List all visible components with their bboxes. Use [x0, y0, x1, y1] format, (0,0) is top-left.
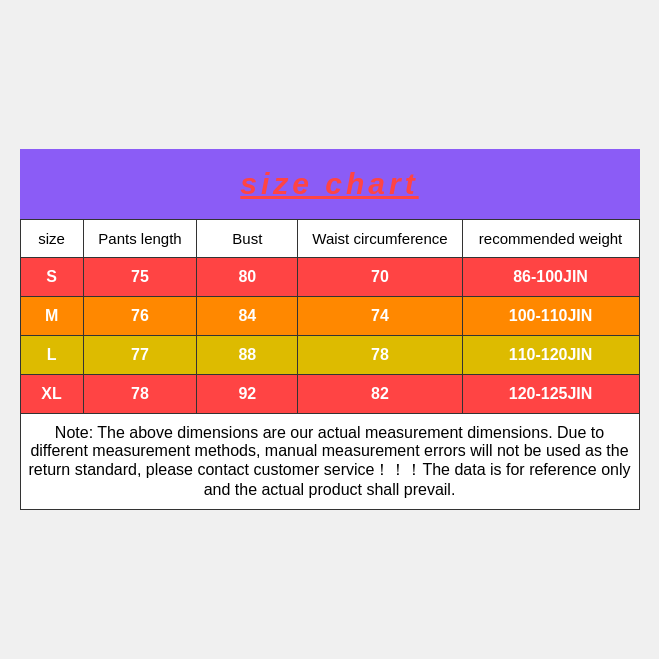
table-header-row: size Pants length Bust Waist circumferen…: [20, 220, 639, 258]
cell-pants: 78: [83, 375, 197, 414]
pants-col-header: Pants length: [83, 220, 197, 258]
cell-bust: 92: [197, 375, 298, 414]
cell-weight: 120-125JIN: [462, 375, 639, 414]
cell-weight: 86-100JIN: [462, 258, 639, 297]
title-bar: size chart: [20, 149, 640, 219]
table-row: L778878110-120JIN: [20, 336, 639, 375]
cell-weight: 100-110JIN: [462, 297, 639, 336]
cell-weight: 110-120JIN: [462, 336, 639, 375]
cell-bust: 80: [197, 258, 298, 297]
chart-title: size chart: [240, 167, 418, 200]
waist-col-header: Waist circumference: [298, 220, 462, 258]
cell-size: XL: [20, 375, 83, 414]
cell-size: S: [20, 258, 83, 297]
cell-waist: 78: [298, 336, 462, 375]
cell-size: L: [20, 336, 83, 375]
cell-size: M: [20, 297, 83, 336]
weight-col-header: recommended weight: [462, 220, 639, 258]
bust-col-header: Bust: [197, 220, 298, 258]
cell-waist: 74: [298, 297, 462, 336]
table-row: M768474100-110JIN: [20, 297, 639, 336]
table-row: S75807086-100JIN: [20, 258, 639, 297]
cell-bust: 88: [197, 336, 298, 375]
size-table: size Pants length Bust Waist circumferen…: [20, 219, 640, 510]
table-body: S75807086-100JINM768474100-110JINL778878…: [20, 258, 639, 414]
note-row: Note: The above dimensions are our actua…: [20, 414, 639, 510]
cell-pants: 75: [83, 258, 197, 297]
note-text: Note: The above dimensions are our actua…: [20, 414, 639, 510]
size-chart-container: size chart size Pants length Bust Waist …: [20, 149, 640, 510]
table-row: XL789282120-125JIN: [20, 375, 639, 414]
cell-bust: 84: [197, 297, 298, 336]
cell-waist: 82: [298, 375, 462, 414]
cell-pants: 76: [83, 297, 197, 336]
cell-pants: 77: [83, 336, 197, 375]
size-col-header: size: [20, 220, 83, 258]
cell-waist: 70: [298, 258, 462, 297]
